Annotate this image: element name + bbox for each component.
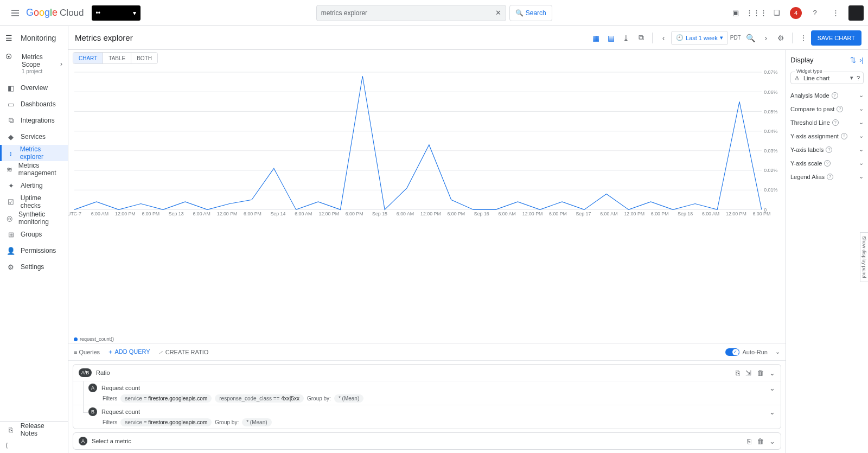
search-button[interactable]: 🔍 Search (509, 5, 552, 21)
apps-icon[interactable]: ⋮⋮⋮ (749, 5, 764, 21)
add-query-button[interactable]: ＋ ADD QUERY (107, 348, 150, 356)
gift-icon[interactable]: ▣ (728, 5, 743, 21)
tab-table[interactable]: TABLE (103, 53, 131, 63)
filter-chip[interactable]: service = firestore.googleapis.com (120, 394, 212, 403)
help-icon[interactable]: ? (827, 174, 833, 180)
display-y-axis-assignment[interactable]: Y-axis assignment?⌄ (786, 129, 868, 143)
delete-icon[interactable]: 🗑 (757, 369, 764, 377)
prev-range-icon[interactable]: ‹ (656, 30, 671, 46)
search-box[interactable]: ✕ (316, 5, 506, 21)
svg-text:6:00 AM: 6:00 AM (91, 211, 108, 216)
nav-item-integrations[interactable]: ⧉Integrations (0, 112, 68, 129)
nav-item-dashboards[interactable]: ▭Dashboards (0, 96, 68, 112)
help-icon[interactable]: ? (824, 160, 831, 167)
kebab-icon[interactable]: ⋮ (796, 30, 811, 46)
show-display-panel-tab[interactable]: Show display panel (860, 232, 868, 282)
display-y-axis-scale[interactable]: Y-axis scale?⌄ (786, 156, 868, 170)
nav-item-services[interactable]: ◆Services (0, 129, 68, 145)
expand-icon[interactable]: ⌄ (859, 132, 864, 139)
display-threshold-line[interactable]: Threshold Line?⌄ (786, 116, 868, 129)
time-range-picker[interactable]: 🕘 Last 1 week ▾ (671, 31, 728, 45)
display-y-axis-labels[interactable]: Y-axis labels?⌄ (786, 143, 868, 156)
expand-icon[interactable]: ⌄ (859, 159, 864, 167)
filter-chip[interactable]: response_code_class == 4xx|5xx (215, 394, 304, 403)
google-cloud-logo[interactable]: GoogleCloud (26, 7, 84, 18)
avatar[interactable] (848, 5, 864, 21)
groupby-chip[interactable]: * (Mean) (242, 418, 271, 426)
display-legend-alias[interactable]: Legend Alias?⌄ (786, 170, 868, 183)
expand-icon[interactable]: ⌄ (859, 105, 864, 112)
project-picker[interactable]: ••▾ (92, 5, 141, 21)
delete-icon[interactable]: 🗑 (757, 437, 764, 445)
next-range-icon[interactable]: › (758, 30, 774, 46)
svg-text:Sep 14: Sep 14 (270, 211, 285, 216)
groupby-chip[interactable]: * (Mean) (334, 394, 363, 403)
nav-icon: ◎ (7, 214, 13, 222)
create-ratio-button[interactable]: ⟋ CREATE RATIO (158, 349, 209, 355)
expand-b-icon[interactable]: ⌄ (769, 408, 775, 416)
nav-item-groups[interactable]: ⊞Groups (0, 226, 68, 243)
metrics-scope[interactable]: ⦿ Metrics Scope 1 project › (0, 50, 68, 80)
help-icon[interactable]: ? (832, 92, 838, 99)
expand-icon[interactable]: ⌄ (769, 437, 775, 445)
nav-item-metrics-management[interactable]: ≋Metrics management (0, 161, 68, 177)
nav-item-alerting[interactable]: ✦Alerting (0, 177, 68, 194)
hamburger-icon[interactable] (4, 2, 26, 24)
help-icon[interactable]: ? (841, 133, 847, 139)
line-chart-icon: ⩚ (794, 75, 800, 81)
save-chart-button[interactable]: SAVE CHART (811, 30, 861, 46)
nav-item-metrics-explorer[interactable]: ⫾Metrics explorer (0, 145, 68, 161)
grid-view-icon[interactable]: ▦ (588, 30, 603, 46)
release-notes-link[interactable]: ⎘ Release Notes (0, 422, 68, 438)
collapse-nav-icon[interactable]: ⟨ (0, 438, 68, 453)
clear-search-icon[interactable]: ✕ (495, 9, 501, 17)
share-icon[interactable]: ⇲ (745, 369, 751, 377)
card-view-icon[interactable]: ▤ (603, 30, 618, 46)
expand-icon[interactable]: ⌄ (859, 173, 864, 180)
expand-icon[interactable]: ⌄ (859, 92, 864, 99)
zoom-icon[interactable]: 🔍 (743, 30, 758, 46)
notifications-badge[interactable]: 4 (790, 7, 802, 19)
query-builder: ≡ Queries ＋ ADD QUERY ⟋ CREATE RATIO Aut… (68, 343, 786, 453)
link-icon[interactable]: ⧉ (634, 30, 649, 46)
help-icon[interactable]: ? (837, 106, 843, 112)
tab-chart[interactable]: CHART (73, 53, 103, 63)
display-panel: Display ⇅ ›| Widget type ⩚ Line chart ▾ … (786, 50, 868, 453)
query-a-row[interactable]: A Request count ⌄ Filters service = fire… (73, 381, 781, 405)
chart-area[interactable]: 0.07%0.06%0.05%0.04%0.03%0.02%0.01%0UTC-… (68, 66, 786, 343)
tab-both[interactable]: BOTH (131, 53, 157, 63)
more-icon[interactable]: ⋮ (828, 5, 843, 21)
help-icon[interactable]: ? (832, 119, 839, 126)
expand-icon[interactable]: ⌄ (859, 119, 864, 126)
settings-icon[interactable]: ⚙ (774, 30, 789, 46)
duplicate-icon[interactable]: ⎘ (736, 369, 740, 377)
select-metric-card[interactable]: A Select a metric ⎘ 🗑 ⌄ (73, 432, 781, 450)
search-input[interactable] (321, 9, 495, 17)
nav-item-uptime-checks[interactable]: ☑Uptime checks (0, 194, 68, 210)
display-analysis-mode[interactable]: Analysis Mode?⌄ (786, 88, 868, 102)
widget-type-select[interactable]: Widget type ⩚ Line chart ▾ ? (790, 72, 864, 84)
query-b-row[interactable]: B Request count ⌄ Filters service = fire… (73, 405, 781, 429)
search-button-label: Search (526, 9, 546, 17)
help-icon[interactable]: ? (857, 75, 860, 81)
expand-icon[interactable]: ⌄ (769, 369, 775, 377)
close-panel-icon[interactable]: ›| (859, 56, 864, 64)
resize-icon[interactable]: ⇅ (850, 56, 856, 64)
duplicate-icon[interactable]: ⎘ (747, 437, 751, 445)
nav-item-permissions[interactable]: 👤Permissions (0, 243, 68, 259)
display-compare-to-past[interactable]: Compare to past?⌄ (786, 102, 868, 116)
filter-chip[interactable]: service = firestore.googleapis.com (120, 418, 212, 426)
queries-label: ≡ Queries (74, 349, 100, 355)
ratio-header-row[interactable]: A/B Ratio ⎘ ⇲ 🗑 ⌄ (73, 365, 781, 381)
expand-icon[interactable]: ⌄ (859, 146, 864, 153)
nav-item-settings[interactable]: ⚙Settings (0, 259, 68, 275)
nav-item-overview[interactable]: ◧Overview (0, 80, 68, 96)
download-icon[interactable]: ⤓ (618, 30, 634, 46)
expand-a-icon[interactable]: ⌄ (769, 384, 775, 392)
terminal-icon[interactable]: ❏ (769, 5, 784, 21)
nav-item-synthetic-monitoring[interactable]: ◎Synthetic monitoring (0, 210, 68, 226)
help-icon[interactable]: ? (807, 5, 822, 21)
autorun-toggle[interactable] (725, 348, 739, 356)
collapse-qb-icon[interactable]: ⌄ (775, 348, 780, 355)
help-icon[interactable]: ? (826, 146, 832, 153)
